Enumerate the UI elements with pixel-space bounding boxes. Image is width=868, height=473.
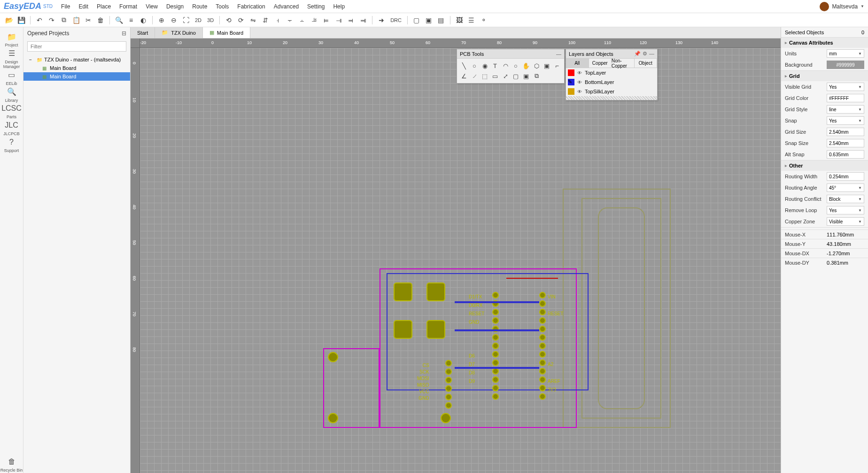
open-folder-icon[interactable]: 📂 bbox=[4, 15, 14, 25]
redo-icon[interactable]: ↷ bbox=[46, 15, 57, 25]
layers-icon[interactable]: ☰ bbox=[466, 15, 477, 25]
layers-panel[interactable]: Layers and Objects 📌 ⚙ — AllCopperNon-Co… bbox=[566, 49, 658, 100]
units-select[interactable]: mm▼ bbox=[827, 49, 864, 58]
clear-icon[interactable]: ◐ bbox=[138, 15, 148, 25]
circle-tool-icon[interactable]: ○ bbox=[511, 61, 521, 71]
align-right-icon[interactable]: ⫠ bbox=[297, 15, 307, 25]
zoom-in-icon[interactable]: ⊕ bbox=[156, 15, 167, 25]
arrow-icon[interactable]: ➜ bbox=[376, 15, 387, 25]
track-tool-icon[interactable]: ╲ bbox=[459, 61, 469, 71]
recycle-bin[interactable]: 🗑 Recycle Bin bbox=[0, 456, 23, 473]
menu-file[interactable]: File bbox=[61, 3, 70, 10]
tab-tzx-duino[interactable]: 📁TZX Duino bbox=[155, 27, 203, 38]
via-tool-icon[interactable]: ◉ bbox=[480, 61, 490, 71]
menu-format[interactable]: Format bbox=[119, 3, 137, 10]
visible-grid-select[interactable]: Yes▼ bbox=[827, 83, 864, 91]
connect-tool-icon[interactable]: ⧉ bbox=[531, 71, 542, 81]
layer-row-topsilklayer[interactable]: 👁TopSilkLayer bbox=[566, 87, 657, 96]
measure-tool-icon[interactable]: ⤢ bbox=[500, 71, 511, 81]
layer-tab-object[interactable]: Object bbox=[635, 59, 658, 68]
menu-setting[interactable]: Setting bbox=[307, 3, 325, 10]
polyline-tool-icon[interactable]: ⟋ bbox=[469, 71, 480, 81]
menu-route[interactable]: Route bbox=[192, 3, 207, 10]
export-sch-icon[interactable]: ▢ bbox=[411, 15, 422, 25]
menu-tools[interactable]: Tools bbox=[216, 3, 229, 10]
rail-eelib[interactable]: ▭EELib bbox=[0, 69, 23, 86]
align-bottom-icon[interactable]: ⫣ bbox=[333, 15, 344, 25]
routing-width-input[interactable]: 0.254mm bbox=[827, 172, 864, 181]
search-icon[interactable]: 🔍 bbox=[114, 15, 124, 25]
tree-row[interactable]: ▦Main Board bbox=[23, 64, 130, 72]
export-bom-icon[interactable]: ▤ bbox=[436, 15, 446, 25]
layer-row-bottomlayer[interactable]: ✎👁BottomLayer bbox=[566, 77, 657, 87]
menu-help[interactable]: Help bbox=[333, 3, 345, 10]
rail-parts[interactable]: LCSCParts bbox=[0, 103, 23, 120]
filter-icon[interactable]: ≡ bbox=[126, 15, 136, 25]
grid-size-input[interactable]: 2.540mm bbox=[827, 128, 864, 136]
menu-fabrication[interactable]: Fabrication bbox=[237, 3, 265, 10]
layer-swatch[interactable]: ✎ bbox=[568, 79, 574, 85]
menu-view[interactable]: View bbox=[146, 3, 158, 10]
eye-icon[interactable]: 👁 bbox=[577, 89, 582, 94]
layer-swatch[interactable] bbox=[568, 69, 574, 76]
image-icon[interactable]: 🖼 bbox=[454, 15, 465, 25]
rail-design-manager[interactable]: ☰Design Manager bbox=[0, 48, 23, 69]
pin-icon[interactable]: 📌 bbox=[634, 51, 641, 57]
resize-handle[interactable] bbox=[566, 96, 657, 100]
minimize-icon[interactable]: — bbox=[556, 51, 561, 57]
routing-conflict-select[interactable]: Block▼ bbox=[827, 195, 864, 203]
snap-select[interactable]: Yes▼ bbox=[827, 116, 864, 125]
background-color[interactable]: #999999 bbox=[827, 61, 864, 69]
routing-angle-select[interactable]: 45°▼ bbox=[827, 183, 864, 192]
export-pcb-icon[interactable]: ▣ bbox=[424, 15, 434, 25]
section-title[interactable]: Other bbox=[781, 160, 868, 171]
pad-tool-icon[interactable]: ○ bbox=[469, 61, 480, 71]
expand-icon[interactable]: − bbox=[29, 57, 35, 62]
group-tool-icon[interactable]: ▣ bbox=[521, 71, 531, 81]
eye-icon[interactable]: 👁 bbox=[577, 80, 582, 85]
rect-tool-icon[interactable]: ▢ bbox=[511, 71, 521, 81]
menu-design[interactable]: Design bbox=[166, 3, 184, 10]
menu-place[interactable]: Place bbox=[97, 3, 111, 10]
align-left-icon[interactable]: ⫞ bbox=[272, 15, 283, 25]
grid-color-input[interactable]: #FFFFFF bbox=[827, 94, 864, 102]
undo-icon[interactable]: ↶ bbox=[34, 15, 45, 25]
paste-icon[interactable]: 📋 bbox=[71, 15, 81, 25]
collapse-icon[interactable]: ⊟ bbox=[122, 30, 126, 37]
rotate-left-icon[interactable]: ⟲ bbox=[224, 15, 234, 25]
fit-screen-icon[interactable]: ⛶ bbox=[181, 15, 191, 25]
rect-dash-icon[interactable]: ⬚ bbox=[480, 71, 490, 81]
angle-tool-icon[interactable]: ∠ bbox=[459, 71, 469, 81]
menu-edit[interactable]: Edit bbox=[78, 3, 88, 10]
region-tool-icon[interactable]: ▭ bbox=[490, 71, 500, 81]
user-area[interactable]: Maltsevda ▼ bbox=[820, 2, 864, 11]
pcb-tools-header[interactable]: PCB Tools — bbox=[457, 49, 564, 59]
view-2d-button[interactable]: 2D bbox=[193, 17, 203, 23]
rail-jlcpcb[interactable]: JLCJLCPCB bbox=[0, 120, 23, 137]
tree-row[interactable]: ▦Main Board bbox=[23, 72, 130, 81]
drc-button[interactable]: DRC bbox=[388, 17, 403, 23]
rail-project[interactable]: 📁Project bbox=[0, 31, 23, 48]
share-icon[interactable]: ⚬ bbox=[479, 15, 489, 25]
delete-icon[interactable]: 🗑 bbox=[95, 15, 106, 25]
rail-library[interactable]: 🔍Library bbox=[0, 86, 23, 103]
alt-snap-input[interactable]: 0.635mm bbox=[827, 150, 864, 159]
layer-swatch[interactable] bbox=[568, 88, 574, 95]
copper-zone-select[interactable]: Visible▼ bbox=[827, 217, 864, 226]
section-title[interactable]: Grid bbox=[781, 71, 868, 81]
rail-support[interactable]: ?Support bbox=[0, 137, 23, 153]
section-title[interactable]: Canvas Attributes bbox=[781, 38, 868, 48]
tab-start[interactable]: Start bbox=[131, 27, 155, 38]
image-tool-icon[interactable]: ▣ bbox=[542, 61, 552, 71]
rotate-right-icon[interactable]: ⟳ bbox=[236, 15, 246, 25]
move-tool-icon[interactable]: ✋ bbox=[521, 61, 531, 71]
line-tool-icon[interactable]: ⌐ bbox=[552, 61, 562, 71]
tree-row[interactable]: −📁TZX Duino - master - (maltsevda) bbox=[23, 55, 130, 64]
flip-v-icon[interactable]: ⇵ bbox=[260, 15, 271, 25]
view-3d-button[interactable]: 3D bbox=[205, 17, 216, 23]
tab-main-board[interactable]: ▦Main Board bbox=[203, 27, 250, 38]
grid-style-select[interactable]: line▼ bbox=[827, 105, 864, 114]
minimize-icon[interactable]: — bbox=[649, 51, 654, 57]
cut-icon[interactable]: ✂ bbox=[83, 15, 93, 25]
copy-icon[interactable]: ⧉ bbox=[59, 15, 69, 25]
